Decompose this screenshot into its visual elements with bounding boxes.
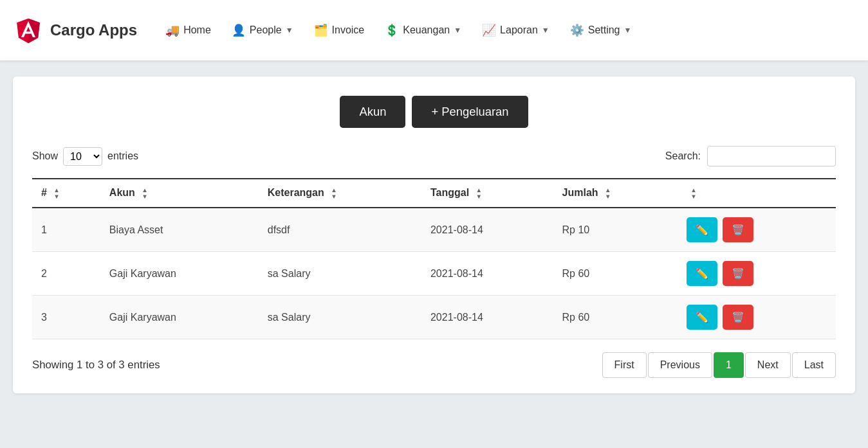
pagination: First Previous 1 Next Last xyxy=(602,352,836,378)
nav-home-label: Home xyxy=(183,24,211,36)
cell-tanggal: 2021-08-14 xyxy=(421,252,553,296)
nav-item-home[interactable]: 🚚 Home xyxy=(156,19,220,42)
home-icon: 🚚 xyxy=(165,24,180,37)
col-jumlah[interactable]: Jumlah ▲▼ xyxy=(553,179,678,208)
people-icon: 👤 xyxy=(232,24,246,37)
akun-button[interactable]: Akun xyxy=(340,96,405,128)
table-row: 1 Biaya Asset dfsdf 2021-08-14 Rp 10 ✏️ … xyxy=(32,208,836,252)
keuangan-caret-icon: ▼ xyxy=(454,26,461,35)
cell-jumlah: Rp 60 xyxy=(553,252,678,296)
entries-label: entries xyxy=(107,150,138,162)
sort-jumlah-icon: ▲▼ xyxy=(605,187,611,199)
nav-invoice-label: Invoice xyxy=(332,24,365,36)
cell-num: 1 xyxy=(32,208,100,252)
cell-actions: ✏️ 🗑️ xyxy=(678,208,836,252)
cell-akun: Gaji Karyawan xyxy=(100,296,259,339)
delete-button[interactable]: 🗑️ xyxy=(723,217,753,242)
table-body: 1 Biaya Asset dfsdf 2021-08-14 Rp 10 ✏️ … xyxy=(32,208,836,339)
delete-button[interactable]: 🗑️ xyxy=(723,261,753,286)
col-actions: ▲▼ xyxy=(678,179,836,208)
table-controls: Show 10 25 50 100 entries Search: xyxy=(32,146,836,166)
brand-logo xyxy=(13,15,44,46)
previous-button[interactable]: Previous xyxy=(648,352,712,378)
search-input[interactable] xyxy=(707,146,836,166)
people-caret-icon: ▼ xyxy=(286,26,293,35)
action-btns: ✏️ 🗑️ xyxy=(687,217,827,242)
cell-akun: Gaji Karyawan xyxy=(100,252,259,296)
nav-laporan-label: Laporan xyxy=(500,24,538,36)
keuangan-icon: 💲 xyxy=(385,24,399,37)
cell-jumlah: Rp 10 xyxy=(553,208,678,252)
sort-num-icon: ▲▼ xyxy=(53,187,60,199)
col-tanggal[interactable]: Tanggal ▲▼ xyxy=(421,179,553,208)
cell-tanggal: 2021-08-14 xyxy=(421,296,553,339)
sort-actions-icon: ▲▼ xyxy=(690,187,697,199)
current-page-button[interactable]: 1 xyxy=(714,352,744,378)
showing-text: Showing 1 to 3 of 3 entries xyxy=(32,359,160,372)
nav-item-keuangan[interactable]: 💲 Keuangan ▼ xyxy=(376,19,470,42)
cell-keterangan: sa Salary xyxy=(259,296,421,339)
cell-num: 3 xyxy=(32,296,100,339)
action-buttons: Akun + Pengeluaran xyxy=(32,96,836,128)
show-entries-control: Show 10 25 50 100 entries xyxy=(32,147,138,166)
action-btns: ✏️ 🗑️ xyxy=(687,261,827,286)
cell-tanggal: 2021-08-14 xyxy=(421,208,553,252)
setting-icon: ⚙️ xyxy=(570,24,584,37)
edit-button[interactable]: ✏️ xyxy=(687,261,717,286)
col-keterangan[interactable]: Keterangan ▲▼ xyxy=(259,179,421,208)
brand-link[interactable]: Cargo Apps xyxy=(13,15,137,46)
col-akun[interactable]: Akun ▲▼ xyxy=(100,179,259,208)
main-wrapper: Akun + Pengeluaran Show 10 25 50 100 ent… xyxy=(0,61,868,409)
nav-people-label: People xyxy=(250,24,282,36)
table-row: 3 Gaji Karyawan sa Salary 2021-08-14 Rp … xyxy=(32,296,836,339)
show-label: Show xyxy=(32,150,58,162)
laporan-icon: 📈 xyxy=(482,24,496,37)
first-button[interactable]: First xyxy=(602,352,647,378)
nav-item-setting[interactable]: ⚙️ Setting ▼ xyxy=(561,19,641,42)
cell-actions: ✏️ 🗑️ xyxy=(678,252,836,296)
brand-name: Cargo Apps xyxy=(50,21,137,39)
edit-button[interactable]: ✏️ xyxy=(687,305,717,330)
last-button[interactable]: Last xyxy=(792,352,836,378)
laporan-caret-icon: ▼ xyxy=(542,26,549,35)
setting-caret-icon: ▼ xyxy=(624,26,632,35)
cell-num: 2 xyxy=(32,252,100,296)
nav-item-invoice[interactable]: 🗂️ Invoice xyxy=(305,19,374,42)
nav-setting-label: Setting xyxy=(588,24,620,36)
sort-keterangan-icon: ▲▼ xyxy=(331,187,337,199)
navbar: Cargo Apps 🚚 Home 👤 People ▼ 🗂️ Invoice … xyxy=(0,0,868,61)
action-btns: ✏️ 🗑️ xyxy=(687,305,827,330)
nav-item-people[interactable]: 👤 People ▼ xyxy=(223,19,302,42)
table-row: 2 Gaji Karyawan sa Salary 2021-08-14 Rp … xyxy=(32,252,836,296)
delete-button[interactable]: 🗑️ xyxy=(723,305,753,330)
edit-button[interactable]: ✏️ xyxy=(687,217,717,242)
table-footer: Showing 1 to 3 of 3 entries First Previo… xyxy=(32,352,836,378)
search-label: Search: xyxy=(665,150,701,162)
sort-akun-icon: ▲▼ xyxy=(142,187,148,199)
invoice-icon: 🗂️ xyxy=(314,24,328,37)
nav-item-laporan[interactable]: 📈 Laporan ▼ xyxy=(473,19,559,42)
main-card: Akun + Pengeluaran Show 10 25 50 100 ent… xyxy=(13,76,855,393)
entries-select[interactable]: 10 25 50 100 xyxy=(63,147,102,166)
data-table: # ▲▼ Akun ▲▼ Keterangan ▲▼ Tanggal ▲▼ Ju… xyxy=(32,178,836,339)
search-area: Search: xyxy=(665,146,836,166)
add-pengeluaran-button[interactable]: + Pengeluaran xyxy=(412,96,528,128)
col-num[interactable]: # ▲▼ xyxy=(32,179,100,208)
sort-tanggal-icon: ▲▼ xyxy=(476,187,483,199)
next-button[interactable]: Next xyxy=(745,352,791,378)
cell-akun: Biaya Asset xyxy=(100,208,259,252)
nav-menu: 🚚 Home 👤 People ▼ 🗂️ Invoice 💲 Keuangan … xyxy=(156,19,640,42)
nav-keuangan-label: Keuangan xyxy=(403,24,450,36)
table-header: # ▲▼ Akun ▲▼ Keterangan ▲▼ Tanggal ▲▼ Ju… xyxy=(32,179,836,208)
cell-keterangan: sa Salary xyxy=(259,252,421,296)
cell-actions: ✏️ 🗑️ xyxy=(678,296,836,339)
cell-jumlah: Rp 60 xyxy=(553,296,678,339)
cell-keterangan: dfsdf xyxy=(259,208,421,252)
